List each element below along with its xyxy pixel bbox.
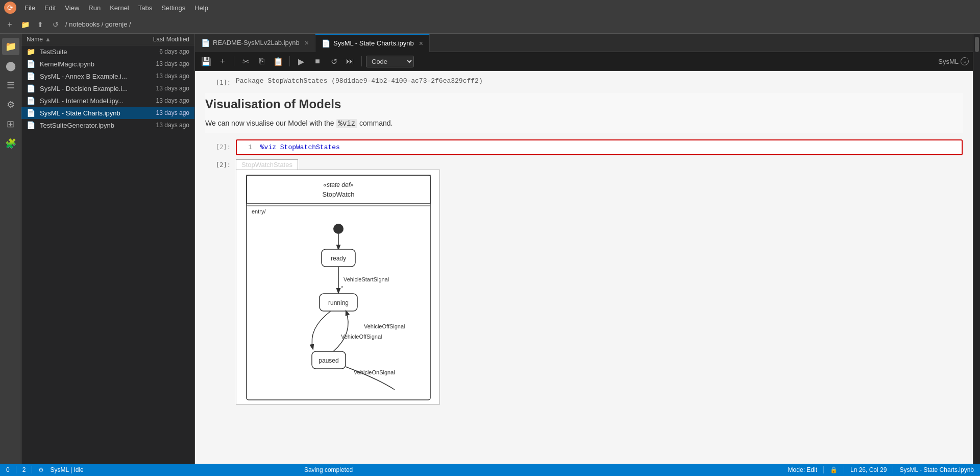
code-prompt-2: [2]: xyxy=(205,139,236,151)
status-left: 0 2 ⚙ SysML | Idle xyxy=(6,466,84,473)
cell-prompt-1: [1]: xyxy=(205,75,236,86)
inline-code-viz: %viz xyxy=(336,119,358,128)
svg-text:VehicleStartSignal: VehicleStartSignal xyxy=(344,276,389,282)
svg-text:*: * xyxy=(341,285,344,291)
menu-edit[interactable]: Edit xyxy=(40,3,60,13)
sort-by-name[interactable]: Name ▲ xyxy=(27,36,128,43)
restart-button[interactable]: ↺ xyxy=(327,54,341,68)
sidebar-propertyinspector-icon[interactable]: ⚙ xyxy=(2,96,19,113)
app-logo: ⟳ xyxy=(4,2,16,14)
add-cell-button[interactable]: + xyxy=(215,54,230,68)
breadcrumb: / notebooks / gorenje / xyxy=(65,20,131,28)
svg-text:StopWatch: StopWatch xyxy=(322,191,354,198)
section-heading: Visualisation of Models xyxy=(205,97,963,111)
new-file-icon[interactable]: + xyxy=(4,19,15,30)
menu-tabs[interactable]: Tabs xyxy=(134,3,156,13)
svg-rect-1 xyxy=(247,175,430,203)
tab-readme[interactable]: 📄 README-SysMLv2Lab.ipynb × xyxy=(195,34,315,52)
status-gear-icon[interactable]: ⚙ xyxy=(38,466,44,473)
list-item[interactable]: 📄 SysML - Annex B Example.i... 13 days a… xyxy=(21,70,194,82)
brand-label: SysML ○ xyxy=(938,57,969,65)
menu-run[interactable]: Run xyxy=(84,3,105,13)
brand-icon: ○ xyxy=(961,57,969,65)
scroll-thumb xyxy=(975,37,979,52)
readme-tab-icon: 📄 xyxy=(201,39,210,47)
state-diagram: StopWatchStates «state def» xyxy=(236,159,963,404)
status-right: Mode: Edit 🔒 Ln 26, Col 29 SysML - State… xyxy=(788,466,974,473)
tab-bar: 📄 README-SysMLv2Lab.ipynb × 📄 SysML - St… xyxy=(195,34,973,52)
notebook-icon: 📄 xyxy=(27,60,37,68)
toolbar-separator-3 xyxy=(361,56,362,66)
svg-text:*: * xyxy=(310,343,313,349)
menu-settings[interactable]: Settings xyxy=(157,3,189,13)
svg-text:VehicleOffSignal: VehicleOffSignal xyxy=(341,334,382,340)
right-scrollbar[interactable] xyxy=(973,34,980,464)
svg-text:paused: paused xyxy=(318,357,338,364)
svg-text:ready: ready xyxy=(331,255,346,262)
code-cell-2-wrapper[interactable]: [2]: 1 %viz StopWatchStates xyxy=(195,137,973,157)
sidebar-tabs-icon[interactable]: ⊞ xyxy=(2,115,19,133)
status-filename: SysML - State Charts.ipynb xyxy=(899,466,974,473)
main-layout: 📁 ⬤ ☰ ⚙ ⊞ 🧩 Name ▲ Last Modified 📁 TestS… xyxy=(0,34,980,464)
run-button[interactable]: ▶ xyxy=(294,54,308,68)
tab-statecharts[interactable]: 📄 SysML - State Charts.ipynb × xyxy=(315,34,430,52)
icon-sidebar: 📁 ⬤ ☰ ⚙ ⊞ 🧩 xyxy=(0,34,21,464)
menubar: ⟳ File Edit View Run Kernel Tabs Setting… xyxy=(0,0,980,15)
output-prompt-2: [2]: xyxy=(205,159,236,169)
toolbar-separator-2 xyxy=(289,56,290,66)
toolbar-separator xyxy=(234,56,234,66)
cut-button[interactable]: ✂ xyxy=(238,54,253,68)
list-item[interactable]: 📄 KernelMagic.ipynb 13 days ago xyxy=(21,58,194,70)
refresh-icon[interactable]: ↺ xyxy=(50,19,61,30)
menu-help[interactable]: Help xyxy=(190,3,212,13)
tab-statecharts-label: SysML - State Charts.ipynb xyxy=(333,39,414,47)
fast-forward-button[interactable]: ⏭ xyxy=(343,54,357,68)
notebook-icon: 📄 xyxy=(27,121,37,129)
sort-by-modified[interactable]: Last Modified xyxy=(128,36,189,43)
notebook-icon: 📄 xyxy=(27,72,37,80)
menu-kernel[interactable]: Kernel xyxy=(106,3,133,13)
svg-text:«state def»: «state def» xyxy=(323,181,354,188)
notebook-content[interactable]: [1]: Package StopWatchStates (98d1dae9-4… xyxy=(195,71,973,464)
list-item[interactable]: 📄 SysML - State Charts.ipynb 13 days ago xyxy=(21,107,194,119)
tab-readme-label: README-SysMLv2Lab.ipynb xyxy=(213,39,300,46)
sidebar-files-icon[interactable]: 📁 xyxy=(2,38,19,55)
markdown-section: Visualisation of Models We can now visua… xyxy=(195,89,973,137)
statecharts-tab-icon: 📄 xyxy=(322,39,330,47)
copy-button[interactable]: ⎘ xyxy=(255,54,269,68)
list-item[interactable]: 📄 SysML - Internet Model.ipy... 13 days … xyxy=(21,94,194,107)
stop-button[interactable]: ■ xyxy=(310,54,325,68)
status-lock-icon: 🔒 xyxy=(830,466,838,473)
tab-readme-close[interactable]: × xyxy=(305,39,309,47)
svg-text:running: running xyxy=(328,299,349,306)
notebook-icon: 📄 xyxy=(27,97,37,105)
sidebar-running-icon[interactable]: ⬤ xyxy=(2,57,19,75)
menu-file[interactable]: File xyxy=(20,3,39,13)
upload-icon[interactable]: ⬆ xyxy=(35,19,46,30)
new-folder-icon[interactable]: 📁 xyxy=(19,19,31,30)
status-center: Saving completed xyxy=(304,466,353,473)
code-cell-2[interactable]: 1 %viz StopWatchStates xyxy=(236,139,963,155)
cell-type-select[interactable]: CodeMarkdownRaw xyxy=(366,56,414,67)
list-item[interactable]: 📁 TestSuite 6 days ago xyxy=(21,45,194,58)
paste-button[interactable]: 📋 xyxy=(271,54,285,68)
folder-icon: 📁 xyxy=(27,47,37,56)
notebook-icon: 📄 xyxy=(27,84,37,92)
notebook-icon: 📄 xyxy=(27,109,37,117)
list-item[interactable]: 📄 SysML - Decision Example.i... 13 days … xyxy=(21,82,194,94)
file-list-header: Name ▲ Last Modified xyxy=(21,34,194,45)
status-kernel: SysML | Idle xyxy=(50,466,83,473)
list-item[interactable]: 📄 TestSuiteGenerator.ipynb 13 days ago xyxy=(21,119,194,131)
tab-statecharts-close[interactable]: × xyxy=(419,39,423,47)
output-cell-2-wrapper: [2]: StopWatchStates xyxy=(195,157,973,407)
sidebar-extensions-icon[interactable]: 🧩 xyxy=(2,135,19,152)
menu-view[interactable]: View xyxy=(61,3,83,13)
file-browser: Name ▲ Last Modified 📁 TestSuite 6 days … xyxy=(21,34,195,464)
file-list: 📁 TestSuite 6 days ago 📄 KernelMagic.ipy… xyxy=(21,45,194,464)
save-button[interactable]: 💾 xyxy=(199,54,213,68)
sidebar-commands-icon[interactable]: ☰ xyxy=(2,77,19,94)
section-paragraph: We can now visualise our Model with the … xyxy=(205,117,963,129)
notebook-toolbar: 💾 + ✂ ⎘ 📋 ▶ ■ ↺ ⏭ CodeMarkdownRaw SysML … xyxy=(195,52,973,71)
svg-text:VehicleOffSignal: VehicleOffSignal xyxy=(364,323,405,329)
status-position: Ln 26, Col 29 xyxy=(850,466,887,473)
